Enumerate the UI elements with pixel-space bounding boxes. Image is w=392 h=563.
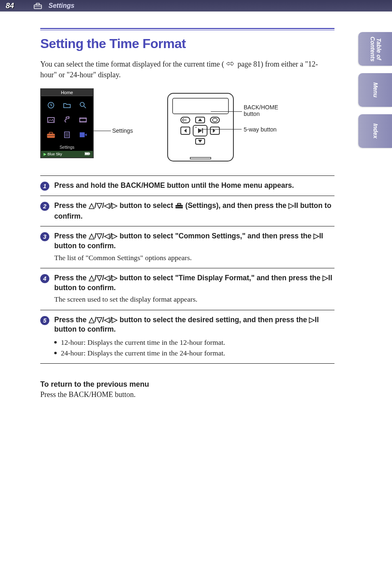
svg-point-26 (212, 118, 217, 122)
music-icon (60, 113, 74, 127)
callout-line-2 (201, 129, 242, 129)
step-4: 4 Press the △/▽/◁/▷ button to select "Ti… (40, 268, 334, 310)
direction-buttons-icon: △/▽/◁/▷ (89, 274, 118, 282)
bullet-24hour: 24-hour: Displays the current time in th… (54, 348, 334, 358)
device-outline (164, 92, 238, 162)
return-body: Press the BACK/HOME button. (40, 390, 334, 399)
step-2-title: Press the △/▽/◁/▷ button to select (Sett… (54, 201, 334, 221)
return-title: To return to the previous menu (40, 380, 334, 389)
svg-rect-11 (49, 132, 53, 134)
diagram-row: Home Settings Blue Sky (40, 88, 334, 164)
settings-toolbox-icon (44, 128, 58, 141)
section-name: Settings (48, 2, 74, 9)
callout-line-1 (211, 111, 242, 112)
mock-screen-caption: Settings (41, 144, 93, 151)
svg-rect-21 (168, 93, 233, 161)
svg-rect-20 (85, 153, 89, 155)
step-number-2: 2 (40, 202, 49, 211)
device-diagram: BACK/HOME button 5-way button (164, 88, 303, 164)
direction-buttons-icon: △/▽/◁/▷ (89, 232, 118, 240)
intro-text: You can select the time format displayed… (40, 59, 334, 80)
settings-callout-label: Settings (112, 127, 133, 134)
step-number-5: 5 (40, 316, 49, 325)
step-5: 5 Press the △/▽/◁/▷ button to select the… (40, 310, 334, 364)
mock-screen: Home Settings Blue Sky (40, 88, 94, 158)
step-3-title: Press the △/▽/◁/▷ button to select "Comm… (54, 231, 334, 251)
list-icon (60, 128, 74, 141)
home-screen-diagram: Home Settings Blue Sky (40, 88, 147, 158)
steps-list: 1 Press and hold the BACK/HOME button un… (40, 175, 334, 364)
step-5-title: Press the △/▽/◁/▷ button to select the d… (54, 315, 334, 335)
step-2: 2 Press the △/▽/◁/▷ button to select (Se… (40, 196, 334, 226)
nowplaying-track: Blue Sky (44, 152, 62, 156)
mock-screen-title: Home (41, 89, 93, 96)
toolbox-icon (34, 2, 42, 9)
svg-line-5 (84, 106, 86, 108)
nowplaying-icon (76, 128, 90, 141)
toolbox-inline-icon (175, 202, 183, 212)
play-pause-icon: ▷II (314, 232, 323, 240)
step-3: 3 Press the △/▽/◁/▷ button to select "Co… (40, 226, 334, 268)
title-rule-thick (40, 28, 334, 29)
step-3-sub: The list of "Common Settings" options ap… (54, 253, 334, 263)
svg-rect-25 (210, 117, 219, 123)
fiveway-label: 5-way button (244, 126, 277, 133)
title-rule-thin (40, 30, 334, 30)
svg-rect-19 (89, 153, 90, 155)
back-home-label: BACK/HOME button (244, 104, 281, 117)
video-icon (76, 113, 90, 127)
direction-buttons-icon: △/▽/◁/▷ (89, 316, 118, 324)
play-pause-icon: ▷II (309, 316, 319, 324)
photo-icon (44, 113, 58, 127)
clock-icon (44, 99, 58, 112)
page-reference[interactable]: page 81 (224, 59, 261, 69)
svg-rect-17 (80, 132, 85, 137)
step-number-1: 1 (40, 182, 49, 191)
play-pause-icon: ▷II (288, 201, 298, 210)
step-4-title: Press the △/▽/◁/▷ button to select "Time… (54, 273, 334, 293)
svg-rect-33 (190, 157, 211, 159)
bullet-12hour: 12-hour: Displays the current time in th… (54, 337, 334, 348)
callout-line (93, 131, 111, 131)
svg-point-30 (196, 127, 196, 128)
direction-buttons-icon: △/▽/◁/▷ (89, 201, 118, 210)
step-1: 1 Press and hold the BACK/HOME button un… (40, 175, 334, 196)
search-icon (76, 99, 90, 112)
play-pause-icon: ▷II (323, 274, 332, 282)
page-header: 84 Settings (0, 0, 392, 12)
svg-rect-1 (36, 3, 39, 5)
svg-rect-35 (178, 203, 181, 205)
step-number-3: 3 (40, 232, 49, 241)
svg-point-4 (80, 102, 84, 106)
hand-pointer-icon (226, 59, 234, 69)
folder-icon (60, 99, 74, 112)
step-5-bullets: 12-hour: Displays the current time in th… (54, 337, 334, 359)
step-number-4: 4 (40, 274, 49, 283)
page-content: Setting the Time Format You can select t… (0, 12, 392, 399)
mock-screen-grid (41, 96, 93, 144)
return-section: To return to the previous menu Press the… (40, 380, 334, 399)
step-1-title: Press and hold the BACK/HOME button unti… (54, 181, 334, 191)
page-number: 84 (6, 2, 14, 10)
mock-screen-nowplaying: Blue Sky (41, 151, 93, 157)
page-title: Setting the Time Format (40, 36, 334, 51)
step-4-sub: The screen used to set the display forma… (54, 294, 334, 305)
battery-icon (85, 152, 90, 156)
